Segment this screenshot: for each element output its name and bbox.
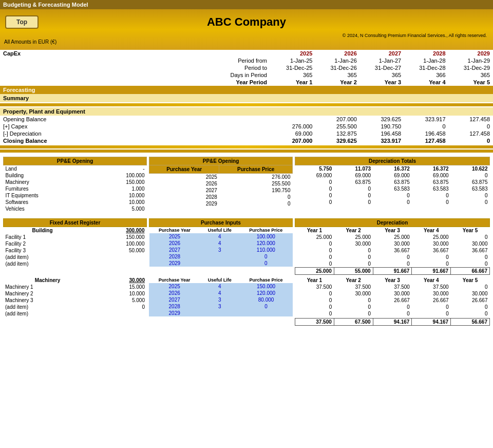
pi-b-l1[interactable]: 4 (200, 240, 240, 247)
pim-p4[interactable] (239, 310, 293, 316)
dt-y0: 5.750 (295, 165, 334, 173)
days-2025: 365 (271, 71, 315, 79)
machinery-label: Machinery (4, 179, 92, 185)
pim-l2[interactable]: 3 (200, 296, 239, 303)
purchase-inputs-machinery-panel: Purchase Year Useful Life Purchase Price… (149, 277, 293, 326)
pi-col1: Purchase Year (149, 227, 200, 234)
dt-y2: 16.372 (373, 165, 412, 173)
pi-b-l3[interactable] (200, 253, 240, 260)
ppe-dp-0: 69.000 (271, 130, 315, 137)
dtr-0-1: 69.000 (334, 172, 373, 179)
pt-2028: 31-Dec-28 (404, 64, 448, 71)
db-r2-1: 0 (334, 247, 373, 254)
ppe-opening-label: Opening Balance (0, 116, 271, 123)
ppe-depr-label: [-] Depreciation (0, 130, 271, 137)
pim-col1: Purchase Year (149, 277, 200, 283)
ppe-cb-0: 207.000 (271, 137, 315, 144)
pim-l0[interactable]: 4 (200, 283, 239, 290)
db-r0-1: 25.000 (334, 234, 373, 240)
pim-p2[interactable]: 80.000 (239, 296, 293, 303)
pi-b-l2[interactable]: 3 (200, 247, 240, 253)
pim-p3[interactable]: 0 (239, 303, 293, 310)
dt-y1: 11.073 (334, 165, 373, 173)
yp-2028: Year 4 (404, 79, 448, 86)
pim-y1[interactable]: 2026 (149, 290, 200, 296)
dm-r0-3: 37.500 (412, 284, 451, 290)
pi-b-y2[interactable]: 2027 (149, 247, 200, 253)
dm-y2-lbl: Year 3 (373, 277, 412, 284)
days-label: Days in Period (0, 71, 271, 79)
company-title: ABC Company (68, 12, 425, 32)
pim-y3[interactable]: 2028 (149, 303, 200, 310)
pim-y2[interactable]: 2027 (149, 296, 200, 303)
pi-b-y1[interactable]: 2026 (149, 240, 200, 247)
ppe-dp-2: 196.458 (360, 130, 404, 137)
machinery-val: 150.000 (92, 179, 147, 185)
pi-b-p4[interactable]: 0 (239, 260, 292, 267)
yp-2027: Year 3 (360, 79, 404, 86)
building-label: Building (4, 172, 92, 179)
pim-y4[interactable]: 2029 (149, 310, 200, 316)
pi-b-y4[interactable]: 2029 (149, 260, 200, 267)
mach-add1-label: (add item) (3, 304, 92, 310)
pim-p0[interactable]: 150.000 (239, 283, 293, 290)
pi-b-y3[interactable]: 2028 (149, 253, 200, 260)
ppe-opening-right-table: PP&E Opening Purchase Year Purchase Pric… (149, 157, 293, 207)
mach2-val: 10.000 (92, 290, 147, 297)
pim-y0[interactable]: 2025 (149, 283, 200, 290)
dm-total-0: 37.500 (295, 319, 334, 326)
pim-l4[interactable] (200, 310, 239, 316)
yp-2025: Year 1 (271, 79, 315, 86)
pi-b-l4[interactable] (200, 260, 240, 267)
ppe-ob-2: 329.625 (360, 116, 404, 123)
building-asset-total: 300.000 (82, 227, 147, 234)
pt-2029: 31-Dec-29 (449, 64, 493, 71)
pi-b-p1[interactable]: 120.000 (239, 240, 292, 247)
depr-totals-header: Depreciation Totals (295, 157, 490, 165)
db-r3-4: 0 (451, 254, 490, 260)
days-2026: 365 (315, 71, 359, 79)
depreciation-building-panel: Depreciation Year 1 Year 2 Year 3 Year 4… (295, 218, 490, 275)
pt-2026: 31-Dec-26 (315, 64, 359, 71)
db-r3-3: 0 (412, 254, 451, 260)
dm-total-1: 67.500 (334, 319, 373, 326)
pi-b-p3[interactable]: 0 (239, 253, 292, 260)
period-from-label: Period from (0, 57, 271, 64)
ppo-p3: 0 (219, 194, 293, 200)
ppe-cx-1: 255.500 (315, 123, 359, 130)
pi-b-y0[interactable]: 2025 (149, 233, 200, 240)
pi-b-p2[interactable]: 110.000 (239, 247, 292, 253)
db-total-1: 55.000 (334, 268, 373, 275)
db-r3-1: 0 (334, 254, 373, 260)
days-2027: 365 (360, 71, 404, 79)
top-button[interactable]: Top (5, 15, 39, 29)
dtr-2-4: 63.583 (451, 185, 490, 192)
header-bar: Budgeting & Forecasting Model (0, 0, 493, 9)
db-r1-2: 30.000 (373, 240, 412, 247)
pim-col3: Purchase Price (239, 277, 293, 283)
summary-label: Summary (0, 94, 493, 102)
db-r2-2: 36.667 (373, 247, 412, 254)
depr-totals-panel: Depreciation Totals 5.750 11.073 16.372 … (295, 157, 490, 212)
pi-b-p0[interactable]: 100.000 (239, 233, 292, 240)
pt-2027: 31-Dec-27 (360, 64, 404, 71)
mach-add2-val (92, 310, 147, 317)
pim-l1[interactable]: 4 (200, 290, 239, 296)
db-r3-0: 0 (295, 254, 334, 260)
pi-b-l0[interactable]: 4 (200, 233, 240, 240)
three-panel-top: PP&E Opening Land - Building 100.000 Mac… (0, 155, 493, 213)
dm-y0-lbl: Year 1 (295, 277, 334, 284)
ppe-cx-4: 0 (449, 123, 493, 130)
ppe-capex-label: [+] Capex (0, 123, 271, 130)
db-total-0: 25.000 (295, 268, 334, 275)
dm-r4-1: 0 (334, 310, 373, 317)
pim-p1[interactable]: 120.000 (239, 290, 293, 296)
dm-r3-1: 0 (334, 304, 373, 310)
dtr-1-2: 63.875 (373, 179, 412, 185)
vehicles-label: Vehicles (4, 206, 92, 212)
ppe-open-left-header: PP&E Opening (4, 157, 147, 165)
db-r4-3: 0 (412, 260, 451, 267)
add-item-1-val (82, 254, 147, 260)
pim-l3[interactable]: 3 (200, 303, 239, 310)
pi-col2: Useful Life (200, 227, 240, 234)
